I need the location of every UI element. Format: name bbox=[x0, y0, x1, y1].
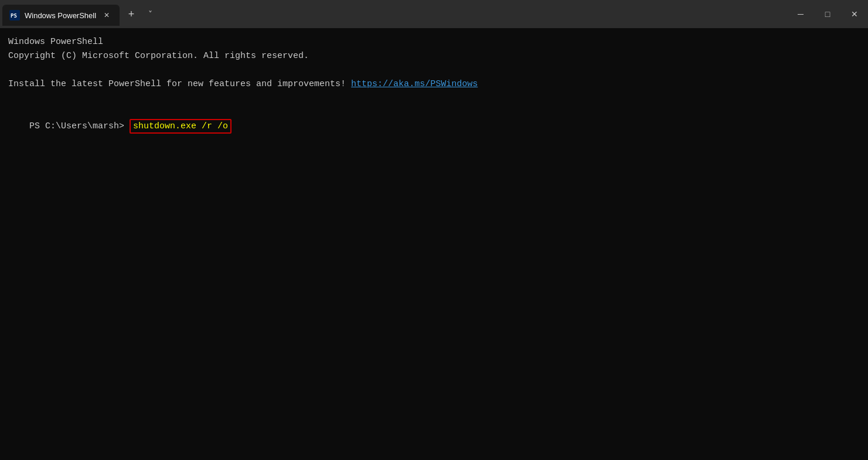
svg-text:PS: PS bbox=[11, 13, 17, 19]
prompt-text: PS C:\Users\marsh> bbox=[29, 121, 124, 131]
terminal-blank-1 bbox=[8, 63, 860, 77]
terminal-blank-2 bbox=[8, 91, 860, 105]
terminal-line-4: Install the latest PowerShell for new fe… bbox=[8, 77, 860, 91]
close-button[interactable]: ✕ bbox=[841, 0, 868, 28]
titlebar: PS Windows PowerShell ✕ + ˅ ─ □ ✕ bbox=[0, 0, 868, 28]
terminal-line-2: Copyright (C) Microsoft Corporation. All… bbox=[8, 49, 860, 63]
tab-powershell[interactable]: PS Windows PowerShell ✕ bbox=[2, 5, 120, 26]
terminal-window[interactable]: Windows PowerShell Copyright (C) Microso… bbox=[0, 28, 868, 460]
new-tab-button[interactable]: + bbox=[122, 5, 141, 23]
tab-area: PS Windows PowerShell ✕ + ˅ bbox=[0, 0, 787, 28]
terminal-prompt-line: PS C:\Users\marsh> shutdown.exe /r /o bbox=[8, 105, 860, 148]
minimize-button[interactable]: ─ bbox=[787, 0, 814, 28]
ps-link[interactable]: https://aka.ms/PSWindows bbox=[351, 79, 478, 89]
powershell-icon: PS bbox=[9, 10, 20, 21]
tab-close-button[interactable]: ✕ bbox=[101, 9, 113, 21]
command-text: shutdown.exe /r /o bbox=[130, 119, 232, 134]
maximize-button[interactable]: □ bbox=[814, 0, 841, 28]
tab-label: Windows PowerShell bbox=[25, 11, 96, 20]
window-controls: ─ □ ✕ bbox=[787, 0, 868, 28]
tab-dropdown-button[interactable]: ˅ bbox=[141, 5, 159, 23]
terminal-line-1: Windows PowerShell bbox=[8, 35, 860, 49]
